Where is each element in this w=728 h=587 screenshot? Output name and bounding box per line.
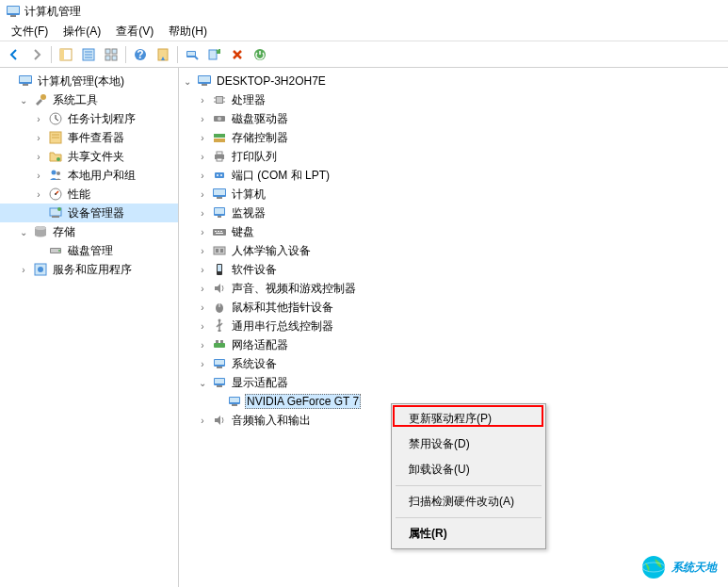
toolbar: ?	[0, 41, 728, 68]
help-button[interactable]: ?	[130, 44, 151, 65]
tree-label: 通用串行总线控制器	[230, 318, 335, 335]
svg-rect-44	[199, 76, 210, 82]
collapse-icon[interactable]: ⌄	[181, 74, 194, 88]
expand-icon[interactable]: ›	[196, 206, 209, 220]
expand-icon[interactable]: ›	[196, 225, 209, 238]
svg-rect-64	[217, 197, 222, 199]
context-menu: 更新驱动程序(P) 禁用设备(D) 卸载设备(U) 扫描检测硬件改动(A) 属性…	[391, 403, 546, 549]
menu-file[interactable]: 文件(F)	[4, 22, 56, 41]
device-usb[interactable]: › 通用串行总线控制器	[179, 317, 728, 335]
tree-performance[interactable]: › 性能	[0, 185, 178, 204]
svg-rect-58	[217, 158, 222, 161]
show-hide-tree-button[interactable]	[56, 44, 76, 65]
tree-label: 设备管理器	[66, 204, 126, 222]
network-icon	[212, 337, 227, 352]
expand-icon[interactable]: ›	[196, 263, 209, 276]
context-disable-device[interactable]: 禁用设备(D)	[394, 432, 543, 457]
device-print-queues[interactable]: › 打印队列	[179, 147, 728, 166]
expand-icon[interactable]: ›	[32, 188, 45, 201]
device-mice[interactable]: › 鼠标和其他指针设备	[179, 298, 728, 317]
disk-icon	[48, 243, 63, 258]
tree-label: 声音、视频和游戏控制器	[230, 280, 358, 298]
left-tree-pane[interactable]: 计算机管理(本地) ⌄ 系统工具 › 任务计划程序 › 事件查看器 › 共享文件…	[0, 68, 179, 587]
expand-icon[interactable]: ›	[196, 150, 209, 163]
expand-icon[interactable]: ›	[32, 112, 45, 125]
expand-icon[interactable]: ›	[196, 319, 209, 333]
device-software[interactable]: › 软件设备	[179, 260, 728, 279]
device-display-adapters[interactable]: ⌄ 显示适配器	[179, 373, 728, 392]
expand-icon[interactable]: ›	[196, 301, 209, 314]
expand-icon[interactable]: ›	[32, 150, 45, 163]
expand-icon[interactable]: ›	[196, 93, 209, 106]
device-system-devices[interactable]: › 系统设备	[179, 354, 728, 373]
enable-button[interactable]	[250, 44, 270, 65]
uninstall-button[interactable]	[227, 44, 248, 65]
tree-local-users[interactable]: › 本地用户和组	[0, 166, 178, 185]
display-adapter-icon	[227, 394, 242, 409]
tree-disk-management[interactable]: 磁盘管理	[0, 241, 178, 260]
tree-label: 存储	[51, 223, 77, 241]
svg-rect-59	[215, 172, 224, 178]
tree-storage[interactable]: ⌄ 存储	[0, 222, 178, 241]
device-monitors[interactable]: › 监视器	[179, 204, 728, 222]
forward-button[interactable]	[26, 44, 47, 65]
expand-icon[interactable]: ›	[196, 169, 209, 182]
computer-icon	[197, 73, 212, 89]
collapse-icon[interactable]: ⌄	[17, 225, 30, 238]
device-sound[interactable]: › 声音、视频和游戏控制器	[179, 279, 728, 298]
tree-device-manager[interactable]: 设备管理器	[0, 204, 178, 222]
tree-computer-management[interactable]: 计算机管理(本地)	[0, 72, 178, 90]
collapse-icon[interactable]	[2, 74, 15, 88]
tree-label: 鼠标和其他指针设备	[230, 299, 335, 317]
svg-rect-4	[60, 49, 64, 60]
properties-toolbar-button[interactable]	[78, 44, 99, 65]
context-uninstall-device[interactable]: 卸载设备(U)	[394, 457, 543, 482]
expand-icon[interactable]: ›	[32, 131, 45, 144]
device-keyboards[interactable]: › 键盘	[179, 222, 728, 241]
tree-event-viewer[interactable]: › 事件查看器	[0, 128, 178, 147]
device-network[interactable]: › 网络适配器	[179, 335, 728, 354]
hid-icon	[212, 243, 227, 258]
menubar: 文件(F) 操作(A) 查看(V) 帮助(H)	[0, 23, 728, 41]
context-scan-hardware[interactable]: 扫描检测硬件改动(A)	[394, 489, 543, 514]
expand-icon[interactable]: ›	[32, 169, 45, 182]
menu-action[interactable]: 操作(A)	[56, 22, 108, 41]
collapse-icon[interactable]: ⌄	[196, 376, 209, 389]
tree-label: 本地用户和组	[66, 167, 138, 185]
expand-icon[interactable]: ›	[196, 188, 209, 201]
back-button[interactable]	[4, 44, 24, 65]
svg-rect-66	[215, 208, 224, 214]
menu-help[interactable]: 帮助(H)	[161, 22, 215, 41]
expand-icon[interactable]: ›	[196, 112, 209, 125]
device-storage-controllers[interactable]: › 存储控制器	[179, 128, 728, 147]
grid-button[interactable]	[101, 44, 121, 65]
action-button[interactable]	[153, 44, 173, 65]
scan-button[interactable]	[182, 44, 202, 65]
context-properties[interactable]: 属性(R)	[394, 521, 543, 546]
device-hid[interactable]: › 人体学输入设备	[179, 241, 728, 260]
device-computers[interactable]: › 计算机	[179, 185, 728, 204]
tree-shared-folders[interactable]: › 共享文件夹	[0, 147, 178, 166]
device-disk-drives[interactable]: › 磁盘驱动器	[179, 109, 728, 128]
context-update-driver[interactable]: 更新驱动程序(P)	[394, 406, 543, 432]
svg-point-35	[57, 207, 61, 211]
update-button[interactable]	[204, 44, 225, 65]
tree-services-apps[interactable]: › 服务和应用程序	[0, 260, 178, 279]
expand-icon[interactable]: ›	[196, 338, 209, 351]
expand-icon[interactable]: ›	[196, 357, 209, 370]
tree-task-scheduler[interactable]: › 任务计划程序	[0, 109, 178, 128]
window-title: 计算机管理	[24, 4, 81, 20]
tree-system-tools[interactable]: ⌄ 系统工具	[0, 90, 178, 109]
expand-icon[interactable]: ›	[196, 282, 209, 295]
menu-view[interactable]: 查看(V)	[108, 22, 161, 41]
disk-drive-icon	[212, 111, 227, 126]
expand-icon[interactable]: ›	[196, 414, 209, 427]
expand-icon[interactable]: ›	[196, 131, 209, 144]
device-tree-computer[interactable]: ⌄ DESKTOP-3H2OH7E	[179, 72, 728, 90]
expand-icon[interactable]: ›	[17, 263, 30, 276]
device-processors[interactable]: › 处理器	[179, 90, 728, 109]
expand-icon[interactable]: ›	[196, 244, 209, 257]
collapse-icon[interactable]: ⌄	[17, 93, 30, 106]
software-device-icon	[212, 262, 227, 277]
device-ports[interactable]: › 端口 (COM 和 LPT)	[179, 166, 728, 185]
